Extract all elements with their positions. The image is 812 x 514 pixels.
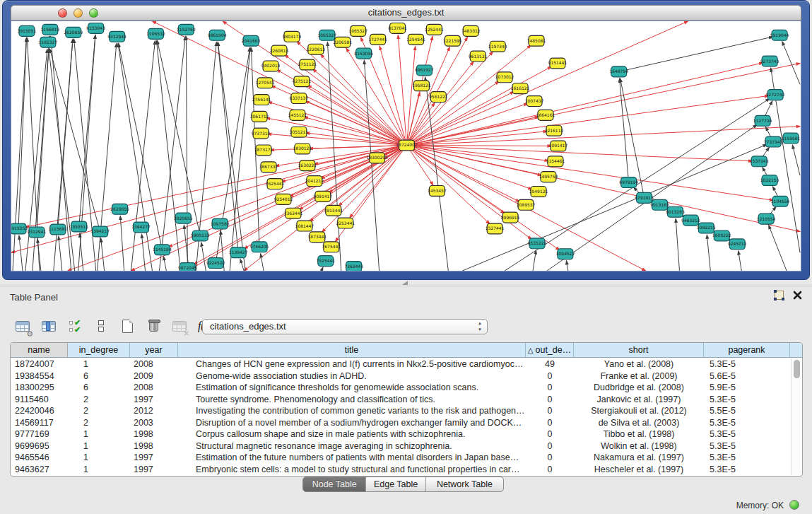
graph-node[interactable]: 2041212 xyxy=(305,176,324,187)
graph-node[interactable]: 1210554 xyxy=(757,214,776,224)
table-cell[interactable]: Stergiakouli et al. (2012) xyxy=(574,405,704,417)
graph-node[interactable]: 1495758 xyxy=(539,172,558,182)
graph-node[interactable]: 1958121 xyxy=(412,81,431,91)
graph-node[interactable]: 9254012 xyxy=(274,194,293,204)
graph-node[interactable]: 2020655 xyxy=(174,213,193,223)
graph-node[interactable]: 1094522 xyxy=(556,249,575,259)
table-cell[interactable]: Genome-wide association studies in ADHD. xyxy=(178,370,526,382)
graph-node[interactable]: 1873171 xyxy=(254,145,273,156)
select-all-icon[interactable]: ✔ ✔ xyxy=(65,317,85,336)
table-cell[interactable]: 1997 xyxy=(130,394,178,406)
table-cell[interactable]: 0 xyxy=(526,452,574,464)
table-cell[interactable]: 19384554 xyxy=(11,370,68,382)
column-header-short[interactable]: short xyxy=(574,343,704,357)
graph-node[interactable]: 9872045 xyxy=(178,263,197,271)
float-panel-icon[interactable] xyxy=(775,291,784,300)
table-cell[interactable]: 5.3E-5 xyxy=(704,428,790,440)
graph-node[interactable]: 9312941 xyxy=(28,227,47,238)
table-selector-dropdown[interactable]: citations_edges.txt ▲▼ xyxy=(202,319,488,334)
table-row[interactable]: 1830029562008Estimation of significance … xyxy=(11,382,791,394)
table-cell[interactable]: 1997 xyxy=(130,452,178,464)
table-row[interactable]: 977716911998Corpus callosum shape and si… xyxy=(11,428,791,440)
graph-node[interactable]: 9402014 xyxy=(261,61,281,71)
table-cell[interactable]: 49 xyxy=(526,358,574,370)
graph-node[interactable]: 1007437 xyxy=(525,96,544,107)
graph-node[interactable]: 9151441 xyxy=(548,58,567,69)
table-cell[interactable]: Embryonic stem cells: a model to study s… xyxy=(178,464,526,476)
table-cell[interactable]: 22420046 xyxy=(11,405,68,417)
graph-node[interactable]: 3915053 xyxy=(11,223,28,234)
table-cell[interactable]: 1 xyxy=(68,464,130,476)
graph-node[interactable]: 1537343 xyxy=(750,156,769,167)
minimize-window-button[interactable] xyxy=(73,8,83,18)
column-header-year[interactable]: year xyxy=(130,343,178,357)
graph-node[interactable]: 2253441 xyxy=(336,218,355,228)
table-cell[interactable]: 0 xyxy=(526,417,574,429)
graph-node[interactable]: 9463212 xyxy=(681,215,700,226)
graph-node[interactable]: 1830121 xyxy=(293,144,312,154)
close-panel-icon[interactable] xyxy=(793,291,802,300)
graph-node[interactable]: 1648794 xyxy=(609,66,628,77)
graph-node[interactable]: 1527441 xyxy=(486,223,505,234)
table-cell[interactable]: 5.3E-5 xyxy=(704,464,790,476)
graph-node[interactable]: 7485081 xyxy=(527,35,546,46)
column-header-name[interactable]: name xyxy=(11,343,68,357)
graph-node[interactable]: 7483012 xyxy=(461,25,481,36)
graph-node[interactable]: 1145194 xyxy=(153,245,172,255)
table-cell[interactable]: 0 xyxy=(526,394,574,406)
table-cell[interactable]: 6 xyxy=(68,370,130,382)
column-header-pagerank[interactable]: pagerank xyxy=(704,343,790,357)
table-cell[interactable]: 1998 xyxy=(130,440,178,452)
table-cell[interactable]: 2009 xyxy=(130,370,178,382)
graph-node[interactable]: 2620655 xyxy=(110,204,129,214)
zoom-window-button[interactable] xyxy=(89,8,98,18)
graph-node[interactable]: 2041663 xyxy=(242,35,261,46)
table-cell[interactable]: Changes of HCN gene expression and I(f) … xyxy=(178,358,526,370)
table-cell[interactable]: 2012 xyxy=(130,405,178,417)
graph-node[interactable]: 2206581 xyxy=(333,37,352,47)
graph-node[interactable]: 9561221 xyxy=(429,92,448,103)
graph-node[interactable]: 1115681 xyxy=(49,224,68,235)
table-cell[interactable]: Estimation of the future numbers of pati… xyxy=(178,452,526,464)
table-cell[interactable]: 9463627 xyxy=(11,464,68,476)
row-options-icon[interactable] xyxy=(91,317,111,336)
graph-node[interactable]: 1254541 xyxy=(406,34,425,45)
graph-node[interactable]: 3061712 xyxy=(250,111,269,122)
table-cell[interactable]: 9699695 xyxy=(11,440,68,452)
graph-node[interactable]: 7675441 xyxy=(322,242,341,252)
network-canvas[interactable]: 3915051115681926206598153043118132793129… xyxy=(11,21,801,271)
graph-node[interactable]: 8137041 xyxy=(388,23,407,33)
tab-node-table[interactable]: Node Table xyxy=(303,477,366,491)
graph-node[interactable]: 1104554 xyxy=(771,196,790,206)
table-row[interactable]: 911546021997Tourette syndrome. Phenomeno… xyxy=(11,394,791,406)
table-cell[interactable]: Structural magnetic resonance image aver… xyxy=(178,440,526,452)
graph-node[interactable]: 6979194 xyxy=(619,177,638,188)
table-cell[interactable]: Hescheler et al. (1997) xyxy=(574,464,704,476)
table-cell[interactable]: Yano et al. (2008) xyxy=(574,358,704,370)
graph-node[interactable]: 1081447 xyxy=(295,221,314,231)
graph-node[interactable]: 6961927 xyxy=(415,65,434,76)
graph-node[interactable]: 2756141 xyxy=(252,95,271,105)
graph-node[interactable]: 4275121 xyxy=(293,76,312,87)
table-cell[interactable]: 5.5E-5 xyxy=(704,405,790,417)
table-cell[interactable]: Disruption of a novel member of a sodium… xyxy=(178,417,526,429)
graph-node[interactable]: 5905133 xyxy=(191,230,210,241)
table-cell[interactable]: Investigating the contribution of common… xyxy=(178,405,526,417)
graph-node[interactable]: 9861904 xyxy=(208,30,227,40)
table-row[interactable]: 946554611997Estimation of the future num… xyxy=(11,452,791,464)
table-cell[interactable]: 18724007 xyxy=(11,358,68,370)
table-row[interactable]: 1456911722003Disruption of a novel membe… xyxy=(11,417,791,429)
graph-node[interactable]: 1549121 xyxy=(529,187,548,197)
table-cell[interactable]: 1 xyxy=(68,440,130,452)
table-cell[interactable]: 5.3E-5 xyxy=(704,440,790,452)
table-cell[interactable]: Estimation of significance thresholds fo… xyxy=(178,382,526,394)
tab-edge-table[interactable]: Edge Table xyxy=(366,477,425,491)
graph-node[interactable]: 1220613 xyxy=(307,44,326,54)
table-cell[interactable]: 2008 xyxy=(130,382,178,394)
table-cell[interactable]: Dudbridge et al. (2008) xyxy=(574,382,704,394)
graph-node[interactable]: 1455121 xyxy=(288,110,307,120)
graph-node[interactable]: 1350511 xyxy=(69,221,88,232)
graph-node[interactable]: 3867337 xyxy=(259,162,278,173)
graph-node[interactable]: 8153043 xyxy=(86,23,105,33)
graph-node[interactable]: 1154461 xyxy=(546,156,565,167)
